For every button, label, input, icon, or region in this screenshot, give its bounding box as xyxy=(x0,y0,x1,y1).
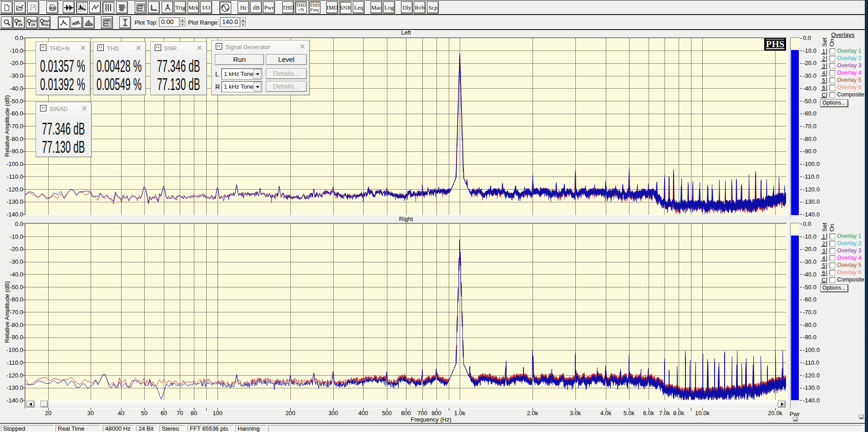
svg-text:2X: 2X xyxy=(31,23,36,27)
svg-text:FULL: FULL xyxy=(43,23,50,26)
svg-text:IN: IN xyxy=(18,20,21,23)
svg-text:OUT: OUT xyxy=(31,20,37,23)
svg-text:2X: 2X xyxy=(18,23,23,27)
svg-text:OUT: OUT xyxy=(44,20,50,23)
